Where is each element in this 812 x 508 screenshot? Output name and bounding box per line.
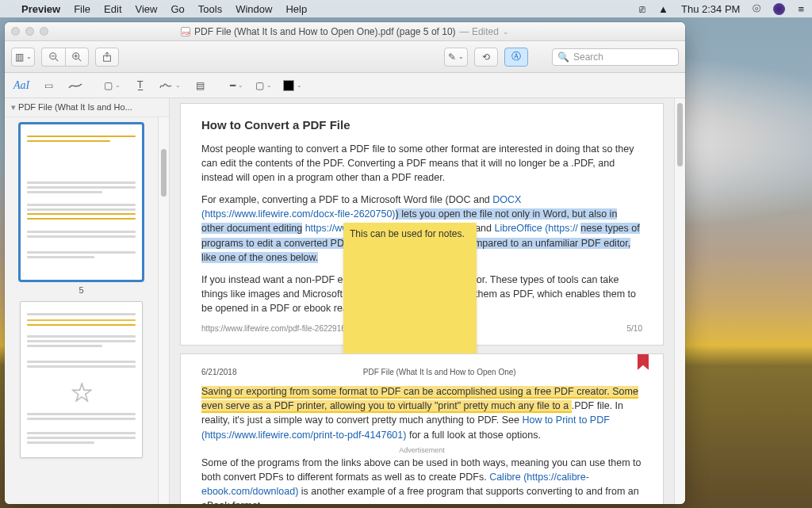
macos-menubar: Preview File Edit View Go Tools Window H… (0, 0, 812, 17)
text-tool[interactable]: T̲ (128, 77, 151, 94)
sidebar-doc-header[interactable]: PDF File (What It Is and Ho... (5, 98, 169, 117)
page-6: 6/21/2018 PDF File (What It Is and How t… (180, 353, 664, 504)
page6-doc-title: PDF File (What It Is and How to Open One… (363, 367, 516, 379)
line-weight-tool[interactable]: ━⌄ (224, 77, 248, 94)
menu-file[interactable]: File (74, 3, 90, 15)
page6-paragraph-1: Saving or exporting from some format to … (201, 384, 642, 442)
rotate-button[interactable]: ⟲ (474, 48, 498, 67)
airplay-icon[interactable]: ⎚ (639, 3, 645, 15)
search-icon: 🔍 (557, 52, 569, 63)
sign-tool[interactable]: ⌄ (155, 77, 185, 94)
star-annotation-icon: ☆ (70, 376, 94, 408)
sticky-note[interactable]: This can be used for notes. (343, 223, 477, 356)
clock[interactable]: Thu 2:34 PM (681, 3, 740, 15)
highlight-button[interactable]: ✎⌄ (444, 48, 468, 67)
sidebar-scrollbar[interactable] (158, 117, 169, 504)
page-thumbnail-6[interactable]: ☆ (20, 301, 143, 458)
edited-indicator: — Edited (460, 26, 499, 37)
zoom-in-button[interactable] (65, 48, 89, 67)
menu-window[interactable]: Window (236, 3, 272, 15)
menu-edit[interactable]: Edit (104, 3, 121, 15)
menu-go[interactable]: Go (170, 3, 184, 15)
preview-window: PDF File (What It Is and How to Open One… (5, 22, 685, 504)
volume-icon[interactable]: ▲ (658, 3, 668, 15)
text-selection-tool[interactable]: AaI (10, 77, 33, 94)
sticky-note-text: This can be used for notes. (350, 228, 465, 239)
zoom-button[interactable] (40, 27, 48, 36)
shapes-tool[interactable]: ▢⌄ (100, 77, 124, 94)
search-field[interactable]: 🔍 Search (552, 48, 679, 66)
main-scrollbar[interactable] (674, 98, 685, 504)
document-proxy-icon[interactable] (181, 27, 190, 36)
page6-date: 6/21/2018 (201, 367, 237, 379)
page5-footer-page: 5/10 (627, 323, 642, 335)
libreoffice-link[interactable]: LibreOffice (https:// (494, 223, 577, 234)
window-title: PDF File (What It Is and How to Open One… (194, 26, 455, 37)
page-number-label: 5 (79, 285, 83, 295)
close-button[interactable] (11, 27, 20, 36)
titlebar[interactable]: PDF File (What It Is and How to Open One… (5, 22, 685, 41)
page-5: How to Convert a PDF File Most people wa… (180, 103, 664, 346)
spotlight-icon[interactable]: ⦾ (753, 2, 760, 15)
main-toolbar: ▥⌄ ✎⌄ ⟲ Ⓐ 🔍 Search (5, 41, 685, 73)
fill-color-tool[interactable]: ⌄ (279, 77, 306, 94)
share-button[interactable] (95, 48, 119, 67)
document-view[interactable]: How to Convert a PDF File Most people wa… (170, 98, 674, 504)
sketch-tool[interactable] (63, 77, 87, 94)
minimize-button[interactable] (25, 27, 34, 36)
menu-tools[interactable]: Tools (198, 3, 222, 15)
thumbnail-sidebar: PDF File (What It Is and Ho... 5 (5, 98, 170, 504)
rect-selection-tool[interactable]: ▭ (36, 77, 60, 94)
menu-view[interactable]: View (136, 3, 158, 15)
page5-heading: How to Convert a PDF File (201, 116, 642, 134)
menu-help[interactable]: Help (285, 3, 307, 15)
search-placeholder: Search (573, 52, 603, 63)
page-thumbnail-5[interactable] (20, 124, 143, 281)
zoom-out-button[interactable] (41, 48, 65, 67)
svg-line-1 (55, 58, 58, 61)
note-tool[interactable]: ▤ (188, 77, 212, 94)
app-name[interactable]: Preview (21, 3, 60, 15)
border-color-tool[interactable]: ▢⌄ (251, 77, 276, 94)
sidebar-view-button[interactable]: ▥⌄ (11, 48, 35, 67)
notifications-icon[interactable]: ≡ (798, 3, 804, 15)
ad-label: Advertisement (201, 445, 642, 456)
svg-line-4 (79, 58, 82, 61)
markup-toolbar: AaI ▭ ▢⌄ T̲ ⌄ ▤ ━⌄ ▢⌄ ⌄ (5, 73, 685, 98)
bookmark-icon[interactable] (638, 354, 649, 370)
siri-icon[interactable] (773, 3, 785, 15)
page5-paragraph-1: Most people wanting to convert a PDF fil… (201, 142, 642, 185)
title-dropdown-icon[interactable]: ⌄ (503, 28, 509, 36)
markup-toggle-button[interactable]: Ⓐ (504, 48, 528, 67)
page6-paragraph-2: Some of the programs from the links abov… (201, 456, 642, 504)
page5-footer-url: https://www.lifewire.com/pdf-file-262291… (201, 323, 346, 335)
